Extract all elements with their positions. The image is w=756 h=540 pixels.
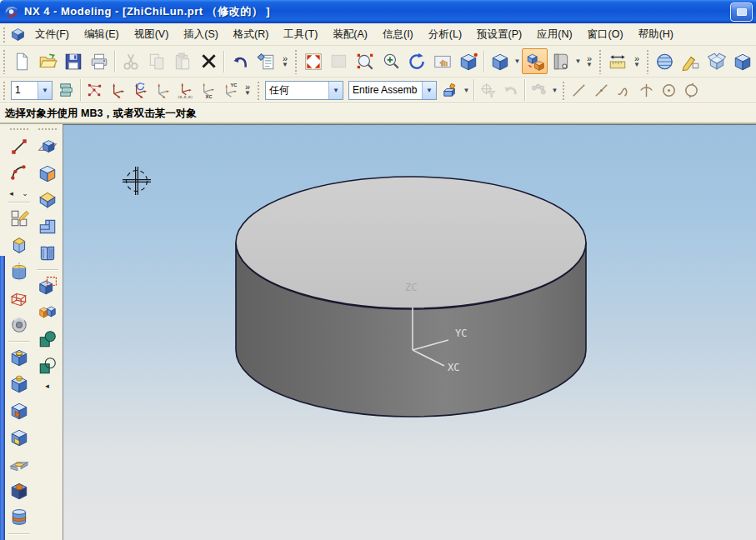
extrude-button[interactable] — [34, 161, 60, 186]
zoom-button[interactable] — [326, 48, 352, 74]
menu-tools[interactable]: 工具(T) — [276, 25, 325, 44]
toolbar-gripper[interactable] — [2, 48, 6, 74]
sweep-button[interactable] — [6, 286, 32, 311]
cut-button[interactable] — [118, 48, 143, 74]
menu-file[interactable]: 文件(F) — [28, 25, 77, 44]
toolbar-gripper[interactable] — [2, 80, 6, 100]
undo-button[interactable] — [227, 48, 253, 74]
minimize-button[interactable] — [730, 2, 753, 22]
copy-button[interactable] — [143, 48, 169, 74]
delete-button[interactable] — [195, 48, 221, 74]
orient-view-button[interactable] — [522, 48, 548, 74]
collapse-left-icon[interactable]: ◂ — [45, 382, 49, 390]
chevron-down-icon[interactable]: ▼ — [328, 82, 343, 99]
menu-application[interactable]: 应用(N) — [529, 25, 579, 44]
print-button[interactable] — [86, 48, 112, 74]
selection-type-filter-combo[interactable]: 任何▼ — [265, 81, 343, 100]
toolbar-gripper[interactable] — [293, 48, 298, 74]
spline-button[interactable] — [613, 79, 635, 101]
toolbar-overflow-button[interactable]: »▼ — [279, 55, 291, 68]
trim-body-button[interactable] — [34, 273, 60, 298]
menu-analysis[interactable]: 分析(L) — [421, 25, 469, 44]
extra-surface-button[interactable] — [729, 48, 755, 74]
datum-plane-button[interactable] — [34, 134, 60, 159]
emboss-button[interactable] — [6, 452, 32, 477]
save-button[interactable] — [60, 48, 86, 74]
boss-button[interactable] — [6, 372, 32, 397]
chevron-down-icon[interactable]: ▼ — [422, 82, 436, 99]
snap-point-button[interactable] — [528, 79, 550, 101]
block-button[interactable] — [6, 232, 32, 258]
instance-feature-button[interactable] — [34, 241, 60, 266]
pad-button[interactable] — [6, 425, 32, 450]
toolbar-gripper[interactable] — [256, 80, 260, 100]
subtract-button[interactable] — [34, 353, 60, 378]
line-tool-button[interactable] — [6, 134, 32, 159]
menu-window[interactable]: 窗口(O) — [580, 25, 631, 44]
layer-settings-button[interactable] — [55, 79, 78, 101]
menu-assemblies[interactable]: 装配(A) — [325, 25, 375, 44]
trimmed-sheet-button[interactable] — [34, 188, 60, 212]
toolbar-collapse-controls[interactable]: ◂⌄ — [5, 188, 33, 198]
unite-button[interactable] — [34, 327, 60, 352]
clip-work-section-button[interactable] — [548, 48, 573, 74]
menu-view[interactable]: 视图(V) — [127, 25, 177, 44]
line-point-button[interactable] — [590, 79, 613, 101]
measure-distance-button[interactable] — [604, 48, 630, 74]
menu-format[interactable]: 格式(R) — [226, 25, 276, 44]
face-analysis-button[interactable] — [652, 48, 678, 74]
menu-help[interactable]: 帮助(H) — [631, 25, 681, 44]
toolbar-gripper[interactable] — [561, 80, 565, 100]
fit-view-button[interactable] — [300, 48, 326, 74]
dropdown-arrow[interactable]: ▼ — [513, 58, 522, 65]
dropdown-arrow[interactable]: ▼ — [462, 87, 471, 94]
groove-button[interactable] — [6, 505, 32, 530]
toolbar-gripper[interactable] — [9, 128, 29, 132]
perspective-button[interactable] — [455, 48, 481, 74]
tube-button[interactable] — [6, 312, 32, 338]
deselect-all-button[interactable] — [499, 79, 522, 101]
wcs-rotate-button[interactable] — [128, 79, 151, 101]
wcs-set-xc-button[interactable]: XC — [196, 79, 218, 101]
wcs-origin-button[interactable]: (0,0,0) — [173, 79, 196, 101]
object-display-button[interactable] — [253, 48, 278, 74]
wcs-dynamics-button[interactable] — [106, 79, 128, 101]
graphics-viewport[interactable]: ZC YC XC — [63, 124, 756, 540]
toolbar-collapse-arrow[interactable]: ◂ — [33, 380, 61, 391]
wcs-set-yc-button[interactable]: YC — [218, 79, 241, 101]
revolve-button[interactable] — [6, 259, 32, 284]
toolbar-overflow-button[interactable]: »▼ — [242, 83, 253, 97]
new-button[interactable] — [8, 48, 34, 74]
pan-view-button[interactable] — [429, 48, 455, 74]
menu-insert[interactable]: 插入(S) — [176, 25, 226, 44]
paste-button[interactable] — [169, 48, 195, 74]
toolbar-gripper[interactable] — [645, 48, 649, 74]
hole-button[interactable] — [6, 345, 32, 370]
toolbar-gripper[interactable] — [38, 128, 58, 132]
sketch-button[interactable] — [6, 206, 32, 231]
dropdown-arrow[interactable]: ▼ — [550, 87, 559, 94]
wcs-orient-button[interactable] — [151, 79, 173, 101]
point-constructor-button[interactable] — [83, 79, 106, 101]
general-selection-filter-button[interactable] — [477, 79, 499, 101]
offset-face-button[interactable] — [34, 214, 60, 239]
work-layer-combo[interactable]: 1▼ — [11, 81, 53, 100]
menu-information[interactable]: 信息(I) — [375, 25, 421, 44]
chevron-down-icon[interactable]: ▼ — [38, 82, 52, 99]
pocket-button[interactable] — [6, 398, 32, 423]
zoom-window-button[interactable] — [352, 48, 378, 74]
collapse-left-icon[interactable]: ◂ — [9, 189, 13, 198]
menu-gripper[interactable] — [2, 26, 6, 42]
unfold-surface-button[interactable] — [703, 48, 729, 74]
toolbar-overflow-button[interactable]: »▼ — [631, 55, 643, 68]
assembly-filter-button[interactable] — [439, 79, 462, 101]
shaded-display-button[interactable] — [487, 48, 513, 74]
cylinder-solid[interactable] — [236, 177, 586, 417]
toolbar-overflow-button[interactable]: »▼ — [583, 55, 595, 68]
slot-button[interactable] — [6, 478, 32, 503]
rotate-view-button[interactable] — [403, 48, 429, 74]
toolbar-gripper[interactable] — [598, 48, 602, 74]
split-body-button[interactable] — [34, 300, 60, 325]
circle-button[interactable] — [680, 79, 703, 101]
open-button[interactable] — [34, 48, 60, 74]
